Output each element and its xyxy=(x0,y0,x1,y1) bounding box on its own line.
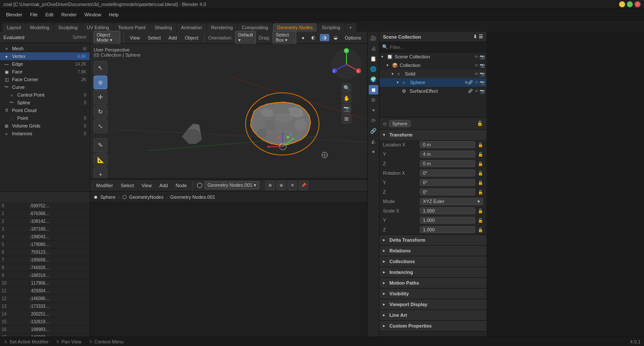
obj-lock-btn[interactable]: 🔓 xyxy=(477,121,483,126)
camera-icon-surface[interactable]: 📷 xyxy=(480,89,485,94)
viewport-display-header[interactable]: ▸ Viewport Display xyxy=(380,299,486,310)
cursor-tool-btn[interactable]: ⊕ xyxy=(94,76,107,89)
tab-add[interactable]: + xyxy=(345,23,356,32)
node-view-btn-3[interactable]: ✕ xyxy=(288,181,297,190)
physics-props-icon[interactable]: ⟳ xyxy=(369,116,378,125)
select-tool-btn[interactable]: ↖ xyxy=(94,61,107,75)
maximize-button[interactable]: □ xyxy=(627,1,633,7)
tab-compositing[interactable]: Compositing xyxy=(237,23,272,32)
menu-edit[interactable]: Edit xyxy=(42,11,57,18)
camera-icon-sphere[interactable]: 📷 xyxy=(480,80,485,85)
scale-z-val[interactable]: 1.000 xyxy=(420,226,475,233)
location-x-val[interactable]: 0 m xyxy=(420,141,475,148)
filter-icon[interactable]: ⬇ xyxy=(473,34,477,39)
scene-props-icon[interactable]: 🌐 xyxy=(369,64,378,74)
eye-icon-surface[interactable]: 👁 xyxy=(474,89,479,94)
viewport-shading-2[interactable]: ◐ xyxy=(309,34,318,41)
viewport-shading-4[interactable]: ◒ xyxy=(331,34,340,41)
node-node-menu[interactable]: Node xyxy=(173,182,189,189)
mesh-type-spline[interactable]: 〜 Spline 0 xyxy=(0,99,90,106)
viewport-shading-3[interactable]: ◑ xyxy=(320,34,329,41)
mesh-type-edge[interactable]: ― Edge 14.2K xyxy=(0,60,90,68)
rotation-y-val[interactable]: 0° xyxy=(420,179,475,186)
viewport-shading-1[interactable]: ● xyxy=(299,34,307,41)
world-props-icon[interactable]: 🌍 xyxy=(369,75,378,84)
node-pin-btn[interactable]: 📌 xyxy=(299,181,308,190)
particles-props-icon[interactable]: ✦ xyxy=(369,106,378,115)
viewport-options-btn[interactable]: Options xyxy=(342,34,364,41)
modifier-props-icon[interactable]: ⚙ xyxy=(369,95,378,105)
node-canvas[interactable]: Group Input Geometry Distribute Points o… xyxy=(90,203,367,346)
eye-icon-coll[interactable]: 👁 xyxy=(474,63,479,68)
location-y-val[interactable]: 4 m xyxy=(420,151,475,158)
camera-icon-scene[interactable]: 📷 xyxy=(480,55,485,59)
annotate-tool-btn[interactable]: ✎ xyxy=(94,138,107,152)
orientation-dropdown[interactable]: Default ▾ xyxy=(235,31,256,44)
mesh-type-volume-grids[interactable]: ⊞ Volume Grids 0 xyxy=(0,122,90,130)
node-view-btn-1[interactable]: ⊕ xyxy=(265,181,275,190)
menu-help[interactable]: Help xyxy=(106,11,122,18)
tab-modeling[interactable]: Modeling xyxy=(26,23,54,32)
scale-x-lock[interactable]: 🔓 xyxy=(478,209,483,213)
scale-z-lock[interactable]: 🔓 xyxy=(478,228,483,232)
tab-scripting[interactable]: Scripting xyxy=(317,23,344,32)
mesh-type-face-corner[interactable]: ◫ Face Corner 2K xyxy=(0,76,90,83)
tab-layout[interactable]: Layout xyxy=(3,23,25,32)
outliner-filter-btn[interactable]: ☰ xyxy=(479,34,483,39)
view-layer-props-icon[interactable]: 📋 xyxy=(369,54,378,64)
menu-blender[interactable]: Blender xyxy=(3,11,26,18)
location-x-lock[interactable]: 🔓 xyxy=(478,143,483,147)
delta-transform-header[interactable]: ▸ Delta Transform xyxy=(380,235,486,245)
minimize-button[interactable]: − xyxy=(619,1,625,7)
navigation-gizmo[interactable]: Y X Z xyxy=(329,47,364,82)
obj-name-chip[interactable]: Sphere xyxy=(389,120,410,127)
measure-tool-btn[interactable]: 📐 xyxy=(94,153,107,167)
rotation-x-lock[interactable]: 🔓 xyxy=(478,171,483,176)
tab-geometry-nodes[interactable]: Geometry Nodes xyxy=(273,23,317,32)
eye-icon-scene[interactable]: 👁 xyxy=(474,55,479,59)
custom-props-header[interactable]: ▸ Custom Properties xyxy=(380,321,486,331)
titlebar-controls[interactable]: − □ × xyxy=(619,1,641,7)
relations-header[interactable]: ▸ Relations xyxy=(380,246,486,256)
location-y-lock[interactable]: 🔓 xyxy=(478,152,483,157)
rotation-x-val[interactable]: 0° xyxy=(420,170,475,176)
material-props-icon[interactable]: ● xyxy=(369,147,378,156)
mesh-type-face[interactable]: ▣ Face 7.9K xyxy=(0,68,90,76)
rotation-z-lock[interactable]: 🔓 xyxy=(478,190,483,194)
rotation-y-lock[interactable]: 🔓 xyxy=(478,180,483,185)
node-add-menu[interactable]: Add xyxy=(157,182,170,189)
grid-btn[interactable]: ⊞ xyxy=(342,114,351,124)
camera-icon-coll[interactable]: 📷 xyxy=(480,63,485,68)
visibility-header[interactable]: ▸ Visibility xyxy=(380,288,486,299)
mesh-type-mesh[interactable]: ▿ Mesh Id xyxy=(0,45,90,52)
mesh-type-curve[interactable]: 〜 Curve xyxy=(0,83,90,91)
eye-icon-sphere[interactable]: 👁 xyxy=(474,80,479,85)
constraints-props-icon[interactable]: 🔗 xyxy=(369,126,378,136)
outliner-collection[interactable]: ▾ 📦 Collection 👁 📷 xyxy=(380,61,486,70)
mesh-type-point-cloud[interactable]: ⠿ Point Cloud xyxy=(0,106,90,114)
pan-btn[interactable]: ✋ xyxy=(342,94,351,103)
rotation-mode-dropdown[interactable]: XYZ Euler ▾ xyxy=(420,198,483,205)
menu-window[interactable]: Window xyxy=(81,11,105,18)
toolbar-view[interactable]: View xyxy=(127,34,143,41)
node-view-menu[interactable]: View xyxy=(139,182,155,189)
data-props-icon[interactable]: ◭ xyxy=(369,137,378,146)
outliner-solid[interactable]: ▾ ○ Solid 👁 📷 xyxy=(380,70,486,78)
outliner-scene-collection[interactable]: ▾ 🔲 Scene Collection 👁 📷 xyxy=(380,52,486,61)
toolbar-select[interactable]: Select xyxy=(145,34,164,41)
tab-animation[interactable]: Animation xyxy=(177,23,207,32)
menu-render[interactable]: Render xyxy=(58,11,80,18)
viewport-3d[interactable]: User Perspective (0) Collection | Sphere… xyxy=(90,44,367,179)
tab-texture-paint[interactable]: Texture Paint xyxy=(114,23,150,32)
drag-dropdown[interactable]: Select Box ▾ xyxy=(273,31,296,44)
output-props-icon[interactable]: 🖨 xyxy=(369,44,378,53)
outliner-search-input[interactable] xyxy=(390,45,484,50)
gn-name-dropdown[interactable]: Geometry Nodes.001 ▾ xyxy=(204,181,259,189)
motion-paths-header[interactable]: ▸ Motion Paths xyxy=(380,278,486,288)
add-tool-btn[interactable]: + xyxy=(94,167,107,179)
mesh-type-point[interactable]: · Point 0 xyxy=(0,114,90,122)
zoom-in-btn[interactable]: 🔍 xyxy=(342,83,351,93)
scale-y-val[interactable]: 1.000 xyxy=(420,217,475,224)
toolbar-add[interactable]: Add xyxy=(166,34,180,41)
collections-header[interactable]: ▸ Collections xyxy=(380,256,486,267)
